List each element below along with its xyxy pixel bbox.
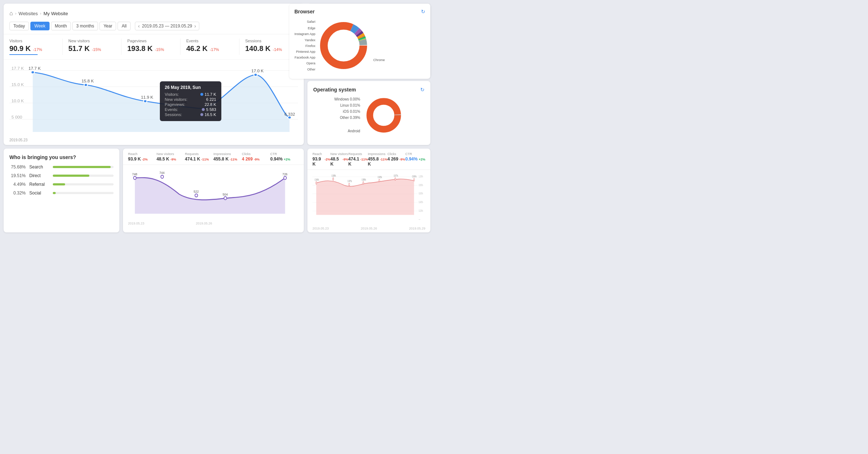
- social-pct: 0.32%: [9, 190, 26, 196]
- svg-point-10: [144, 100, 147, 103]
- date-next-arrow[interactable]: ›: [194, 23, 196, 29]
- svg-text:15.0 K: 15.0 K: [12, 83, 24, 87]
- reach-metric-impressions: Impressions 455.8 K -11%: [213, 152, 242, 162]
- search-bar: [53, 166, 111, 168]
- os-legend-ios: iOS 0.01%: [334, 108, 360, 115]
- social-name: Social: [29, 190, 49, 196]
- svg-point-53: [363, 182, 364, 184]
- date-range: ‹ 2019.05.23 — 2019.05.29 ›: [135, 22, 199, 30]
- metric-pageviews-number: 193.8 K: [127, 44, 153, 53]
- svg-point-74: [328, 30, 359, 61]
- period-month[interactable]: Month: [51, 22, 71, 30]
- period-all[interactable]: All: [118, 22, 130, 30]
- svg-point-54: [379, 179, 380, 181]
- direct-pct: 19.51%: [9, 173, 26, 178]
- date-range-text: 2019.05.23 — 2019.05.29: [142, 23, 192, 29]
- direct-bar: [53, 175, 89, 177]
- metric-visitors-number: 90.9 K: [9, 44, 31, 53]
- metric-sessions-label: Sessions: [245, 39, 292, 43]
- os-legend-windows: Windows 0.00%: [334, 96, 360, 102]
- period-week[interactable]: Week: [30, 22, 49, 30]
- metric-new-label: New visitors: [68, 39, 115, 43]
- browser-chrome-label: Chrome: [373, 29, 385, 62]
- date-nav: Today Week Month 3 months Year All ‹ 201…: [9, 20, 298, 34]
- svg-text:0.93%: 0.93%: [378, 176, 382, 179]
- svg-point-31: [195, 194, 198, 197]
- svg-text:0.89%: 0.89%: [362, 178, 366, 181]
- reach-metric-reach: Reach 93.9 K -2%: [128, 152, 157, 162]
- source-row-search: 75.68% Search: [9, 164, 114, 170]
- source-row-social: 0.32% Social: [9, 190, 114, 196]
- tooltip-visitors-val: 11.7 K: [200, 92, 216, 97]
- metric-sessions-number: 140.8 K: [245, 44, 271, 53]
- os-refresh-icon[interactable]: ↻: [420, 87, 425, 93]
- breadcrumb: ⌂ › Websites › My Website: [9, 7, 298, 20]
- svg-text:504: 504: [222, 192, 227, 196]
- chart-footer: 2019.05.23: [4, 137, 304, 145]
- os-donut-svg: [364, 95, 404, 135]
- tooltip-visitors-row: Visitors: 11.7 K: [165, 92, 216, 97]
- metric-new-number: 51.7 K: [68, 44, 90, 53]
- os-legend-linux: Linux 0.01%: [334, 102, 360, 108]
- metric-sessions-change: -14%: [273, 47, 282, 52]
- tooltip-pv-key: Pageviews:: [165, 102, 185, 107]
- svg-text:744: 744: [159, 171, 165, 175]
- metric-pageviews: Pageviews 193.8 K -15%: [127, 39, 180, 55]
- period-year[interactable]: Year: [99, 22, 116, 30]
- browser-legend-edge: Edge: [294, 25, 315, 31]
- reach-metric-ctr: CTR 0.94% +2%: [270, 152, 299, 162]
- svg-point-9: [84, 83, 88, 86]
- breadcrumb-websites[interactable]: Websites: [18, 11, 38, 16]
- ctr-x-mid: 2019.05.26: [361, 227, 377, 230]
- who-card: Who is bringing you users? 75.68% Search…: [4, 149, 119, 232]
- ctr-metric-impressions: Impressions 455.8 K -11%: [368, 152, 387, 167]
- tooltip-pv-val: 22.8 K: [205, 102, 216, 107]
- svg-text:0.80%: 0.80%: [419, 183, 423, 187]
- os-donut-row: Windows 0.00% Linux 0.01% iOS 0.01% Othe…: [313, 95, 425, 135]
- metric-events-number: 46.2 K: [186, 44, 208, 53]
- date-prev-arrow[interactable]: ‹: [138, 23, 140, 29]
- svg-text:5 000: 5 000: [12, 115, 22, 119]
- metric-new-value: 51.7 K -15%: [68, 44, 115, 53]
- svg-point-8: [31, 71, 34, 74]
- ctr-chart-footer: 2019.05.23 2019.05.26 2019.05.29: [307, 227, 430, 232]
- period-3months[interactable]: 3 months: [72, 22, 98, 30]
- main-card-header: ⌂ › Websites › My Website Today Week Mon…: [4, 4, 304, 34]
- os-legend-android: Android: [334, 128, 360, 134]
- metric-events-value: 46.2 K -17%: [186, 44, 233, 53]
- metric-pageviews-value: 193.8 K -15%: [127, 44, 174, 53]
- ctr-card: Reach 93.9 K -2% New visitors 48.5 K -9%…: [307, 149, 430, 232]
- metric-visitors-change: -17%: [33, 47, 42, 52]
- ctr-metric-newvisitors: New visitors 48.5 K -9%: [331, 152, 349, 167]
- reach-chart-footer: 2019.05.23 2019.05.26: [123, 222, 304, 227]
- svg-text:17.0 K: 17.0 K: [251, 69, 264, 73]
- svg-point-33: [284, 176, 286, 180]
- svg-text:726: 726: [282, 172, 288, 176]
- reach-chart-area: 748 744 522 504 726: [123, 165, 304, 222]
- browser-refresh-icon[interactable]: ↻: [421, 9, 425, 14]
- direct-bar-bg: [53, 175, 114, 177]
- browser-legend-pinterest: Pinterest App: [294, 49, 315, 55]
- browser-title: Browser: [294, 9, 315, 14]
- metric-visitors: Visitors 90.9 K -17%: [9, 39, 63, 55]
- metrics-row: Visitors 90.9 K -17% New visitors 51.7 K…: [4, 34, 304, 60]
- metric-visitors-value: 90.9 K -17%: [9, 44, 56, 53]
- browser-legend-instagram: Instagram App: [294, 31, 315, 37]
- direct-name: Direct: [29, 173, 49, 178]
- metric-events-label: Events: [186, 39, 233, 43]
- svg-text:0.87%: 0.87%: [348, 179, 352, 183]
- search-pct: 75.68%: [9, 164, 26, 170]
- home-icon[interactable]: ⌂: [9, 10, 13, 17]
- metric-new-change: -15%: [92, 47, 101, 52]
- ctr-chart-svg: 1.00% 0.80% 0.60% 0.40% 0.20% —: [312, 172, 425, 223]
- social-bar: [53, 192, 56, 194]
- svg-text:522: 522: [193, 190, 199, 194]
- svg-point-28: [374, 105, 393, 125]
- ctr-x-end: 2019.05.29: [409, 227, 425, 230]
- ctr-chart-area: 1.00% 0.80% 0.60% 0.40% 0.20% —: [307, 170, 430, 227]
- period-today[interactable]: Today: [9, 22, 29, 30]
- ctr-metric-clicks: Clicks 4 269 -9%: [387, 152, 405, 167]
- reach-metric-newvisitors: New visitors 48.5 K -9%: [157, 152, 185, 162]
- browser-donut-svg: [318, 20, 369, 71]
- svg-text:0.96%: 0.96%: [412, 175, 417, 178]
